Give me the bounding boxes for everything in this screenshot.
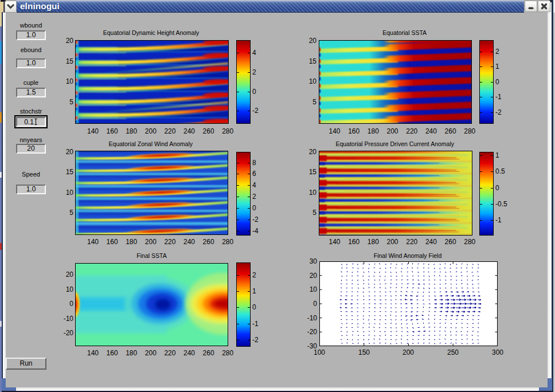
- svg-text:elninogui: elninogui: [20, 1, 60, 11]
